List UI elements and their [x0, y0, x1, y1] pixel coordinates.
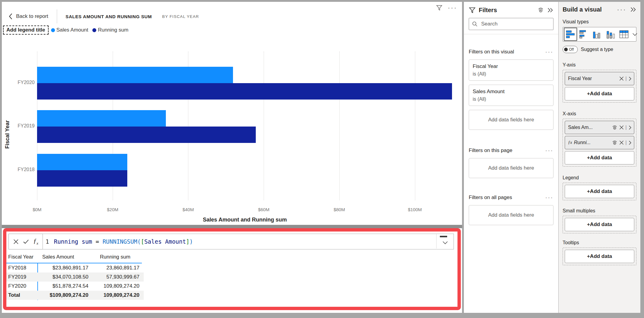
formula-bar-controls — [436, 234, 454, 249]
table-icon[interactable] — [617, 28, 631, 41]
stacked-column-chart-icon[interactable] — [604, 28, 617, 41]
more-options-icon[interactable]: ··· — [617, 8, 626, 11]
bar-running-sum-FY2020[interactable] — [37, 83, 452, 100]
chevron-right-icon[interactable] — [629, 140, 632, 145]
chevron-down-icon[interactable] — [632, 33, 637, 36]
bar-running-sum-FY2019[interactable] — [37, 127, 256, 143]
bar-running-sum-FY2018[interactable] — [37, 170, 127, 187]
legend-item-label: Sales Amount — [57, 27, 88, 33]
table-cell: 109,809,274.20 — [91, 283, 142, 289]
suggest-type-toggle[interactable]: Off — [563, 46, 578, 53]
table-row[interactable]: FY2020$51,878,274.54109,809,274.20 — [6, 282, 144, 291]
add-data-button[interactable]: +Add data — [565, 185, 634, 198]
bar-sales-amount-FY2018[interactable] — [37, 154, 127, 170]
field-pill[interactable]: ƒxRunni...| — [565, 136, 634, 149]
filter-section-header: Filters on all pages··· — [469, 194, 553, 201]
filter-section-title: Filters on this visual — [469, 49, 514, 55]
x-tick-label: $80M — [326, 207, 353, 212]
add-data-button[interactable]: +Add data — [565, 218, 634, 231]
legend-item-label: Running sum — [98, 27, 128, 33]
field-pill[interactable]: Fiscal Year| — [565, 72, 634, 85]
chevron-right-icon[interactable] — [629, 76, 632, 81]
chevron-right-icon[interactable] — [629, 125, 632, 130]
legend-item[interactable]: Sales Amount — [51, 27, 88, 33]
more-options-icon[interactable]: ··· — [448, 6, 457, 9]
back-to-report-link[interactable]: Back to report — [16, 13, 48, 19]
field-pill[interactable]: Sales Am...| — [565, 121, 634, 134]
formula-actions: ƒx — [9, 234, 43, 249]
filter-condition: is (All) — [473, 96, 550, 103]
filter-card[interactable]: Fiscal Yearis (All) — [469, 59, 553, 81]
chevron-left-icon[interactable] — [9, 13, 12, 20]
data-table[interactable]: Fiscal YearSales AmountRunning sumFY2018… — [6, 252, 457, 307]
column-header[interactable]: Sales Amount — [39, 254, 94, 260]
filter-field-name: Sales Amount — [473, 88, 550, 96]
add-data-button[interactable]: +Add data — [565, 250, 634, 263]
well-label-tooltips: Tooltips — [563, 238, 636, 245]
bar-sales-amount-FY2020[interactable] — [37, 67, 233, 83]
table-cell: FY2019 — [6, 274, 39, 280]
divider: | — [625, 125, 627, 130]
well-tooltips: +Add data — [563, 248, 636, 265]
add-data-button[interactable]: +Add data — [565, 87, 634, 100]
visual-header-toolbar: ··· — [436, 4, 457, 12]
suggest-type-row: Off Suggest a type — [563, 46, 636, 53]
powerbi-screenshot: { "visual_header": { "back_label": "Back… — [0, 0, 644, 318]
more-options-icon[interactable]: ··· — [545, 149, 553, 152]
legend-item[interactable]: Running sum — [92, 27, 128, 33]
chart-legend: Add legend title Sales AmountRunning sum — [3, 24, 128, 36]
more-options-icon[interactable]: ··· — [545, 50, 553, 53]
legend-title-placeholder[interactable]: Add legend title — [3, 25, 49, 35]
bar-sales-amount-FY2019[interactable] — [37, 110, 166, 127]
filters-search-box[interactable] — [469, 18, 553, 30]
add-data-button[interactable]: +Add data — [565, 151, 634, 164]
search-input[interactable] — [481, 21, 543, 27]
legend-items: Sales AmountRunning sum — [51, 27, 128, 33]
chevron-down-icon[interactable] — [443, 241, 448, 244]
field-wells: Y-axisFiscal Year|+Add dataX-axisSales A… — [563, 60, 636, 265]
field-pill-label: Runni... — [574, 140, 610, 145]
filter-drop-target[interactable]: Add data fields here — [469, 110, 553, 130]
formula-input[interactable]: 1 Running sum = RUNNINGSUM([Sales Amount… — [43, 234, 454, 249]
visual-subtitle: BY FISCAL YEAR — [162, 14, 199, 19]
filter-card[interactable]: Sales Amountis (All) — [469, 85, 553, 106]
more-options-icon[interactable]: ··· — [545, 196, 553, 199]
toggle-knob — [564, 48, 568, 51]
eye-icon[interactable] — [537, 8, 544, 13]
filters-pane: Filters Filters on this visual···Fiscal … — [464, 2, 558, 313]
table-row[interactable]: Total$109,809,274.20109,809,274.20 — [6, 291, 144, 300]
fx-icon[interactable]: ƒx — [33, 237, 38, 246]
collapse-pane-icon[interactable] — [630, 7, 636, 12]
filter-drop-target[interactable]: Add data fields here — [469, 158, 553, 178]
remove-field-icon[interactable] — [619, 125, 624, 130]
column-header[interactable]: Fiscal Year — [6, 254, 39, 260]
remove-field-icon[interactable] — [619, 140, 624, 145]
bar-chart-plot[interactable] — [37, 52, 453, 200]
cancel-formula-icon[interactable] — [13, 239, 19, 244]
build-header: Build a visual ··· — [563, 2, 636, 13]
gridline — [339, 52, 340, 200]
build-title: Build a visual — [563, 6, 613, 13]
clustered-bar-chart-icon[interactable] — [577, 28, 591, 41]
well-label-y-axis: Y-axis — [563, 60, 636, 68]
table-cell: FY2018 — [6, 265, 39, 271]
filter-funnel-icon[interactable] — [436, 4, 443, 12]
dax-token-name: Running sum — [54, 238, 95, 245]
dax-token-paren: ( — [137, 238, 141, 245]
remove-field-icon[interactable] — [619, 76, 624, 81]
commit-formula-icon[interactable] — [23, 239, 29, 244]
eye-icon[interactable] — [612, 125, 618, 130]
filter-condition: is (All) — [473, 70, 550, 78]
visual-types-gallery — [563, 27, 636, 42]
table-row[interactable]: FY2019$34,070,108.5057,930,999.67 — [6, 272, 144, 282]
column-header[interactable]: Running sum — [94, 254, 151, 260]
table-row[interactable]: FY2018$23,860,891.1723,860,891.17 — [6, 263, 144, 272]
filter-section-title: Filters on all pages — [469, 195, 512, 201]
clustered-column-chart-icon[interactable] — [591, 28, 604, 41]
formula-collapse-icon[interactable] — [440, 236, 447, 237]
stacked-bar-chart-icon[interactable] — [564, 28, 577, 41]
filter-section: Filters on all pages···Add data fields h… — [469, 194, 553, 225]
collapse-pane-icon[interactable] — [547, 8, 553, 13]
eye-icon[interactable] — [612, 140, 618, 145]
filter-drop-target[interactable]: Add data fields here — [469, 205, 553, 225]
